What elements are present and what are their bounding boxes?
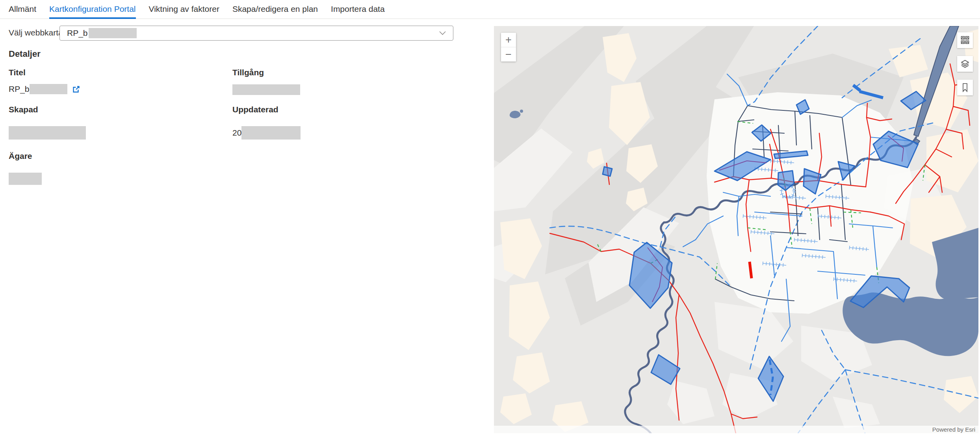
map-attribution: Powered by Esri [494,426,978,433]
tab-kartkonfiguration-portal[interactable]: Kartkonfiguration Portal [49,0,135,19]
field-value-agare [9,173,42,185]
webmap-select[interactable]: RP_b [59,26,453,41]
field-value-titel: RP_b [9,84,80,95]
bookmarks-icon [961,83,969,92]
field-value-uppdaterad: 20 [232,126,301,140]
redacted-agare [9,173,42,185]
field-label-uppdaterad: Uppdaterad [232,105,278,114]
zoom-control: + − [501,33,516,61]
map-canvas[interactable]: + − Powered by Esri [494,26,978,433]
zoom-in-button[interactable]: + [501,33,516,47]
field-label-agare: Ägare [9,151,32,161]
uppdaterad-value-text: 20 [232,128,241,138]
webmap-select-value: RP_b [67,28,88,38]
redacted-uppdaterad [241,126,301,140]
field-label-skapad: Skapad [9,105,38,114]
field-label-tillgang: Tillgång [232,68,264,77]
titel-value-text: RP_b [9,84,30,94]
powered-by-esri-text: Powered by Esri [932,426,975,433]
app-root: Allmänt Kartkonfiguration Portal Viktnin… [0,0,980,434]
chevron-down-icon [439,31,446,35]
field-label-titel: Titel [9,68,26,77]
basemap-gallery-button[interactable] [957,32,973,48]
layers-button[interactable] [957,56,973,72]
open-webmap-link-icon[interactable] [72,85,80,93]
bookmarks-button[interactable] [957,80,973,95]
redacted-tillgang [232,84,300,95]
tab-skapa-redigera-en-plan[interactable]: Skapa/redigera en plan [232,0,318,19]
redacted-webmap-name [89,28,137,38]
field-value-skapad [9,126,86,140]
map-basemap [494,26,978,433]
field-value-tillgang [232,84,300,95]
webmap-select-label: Välj webbkarta: [9,28,65,37]
tab-bar: Allmänt Kartkonfiguration Portal Viktnin… [0,0,980,19]
tab-viktning-av-faktorer[interactable]: Viktning av faktorer [149,0,219,19]
zoom-out-button[interactable]: − [501,47,516,61]
layers-icon [960,59,970,69]
tab-allmant[interactable]: Allmänt [9,0,36,19]
basemap-gallery-icon [961,36,969,45]
redacted-titel [30,84,67,94]
tab-importera-data[interactable]: Importera data [331,0,385,19]
redacted-skapad [9,126,86,140]
details-heading: Detaljer [9,49,41,59]
